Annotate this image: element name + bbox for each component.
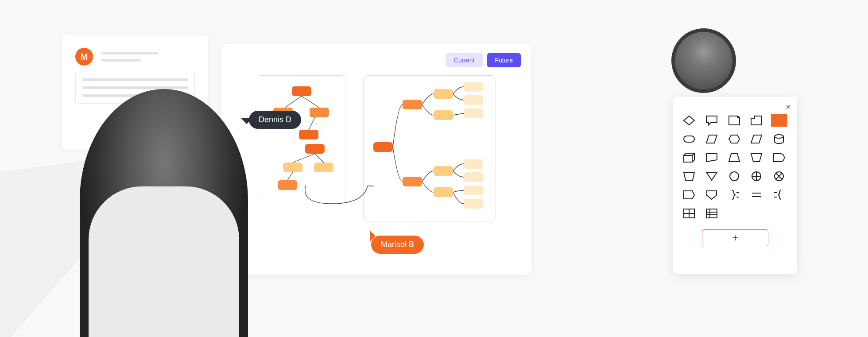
shape-circle-plus[interactable] (748, 170, 764, 182)
svg-marker-13 (684, 191, 694, 199)
shape-triangle-down[interactable] (704, 170, 720, 182)
svg-marker-8 (684, 172, 694, 180)
shape-circle-x[interactable] (771, 170, 787, 182)
cursor-label: Dennis D (259, 115, 291, 124)
shape-callout[interactable] (704, 114, 720, 127)
collaborator-cursor-dennis: Dennis D (249, 111, 301, 129)
shape-diamond[interactable] (681, 114, 697, 127)
svg-marker-3 (729, 135, 740, 143)
svg-marker-7 (751, 154, 762, 162)
shape-tab-rect[interactable] (748, 114, 764, 127)
placeholder-line (101, 59, 141, 62)
shape-grid (681, 114, 789, 220)
shape-parallelogram-left[interactable] (704, 133, 720, 145)
shape-hexagon[interactable] (726, 133, 742, 145)
shape-trapezoid-inv[interactable] (748, 151, 764, 164)
tab-current[interactable]: Current (446, 53, 483, 67)
add-shape-button[interactable]: + (702, 229, 768, 246)
shape-half-pill[interactable] (771, 151, 787, 164)
placeholder-line (101, 52, 159, 54)
cursor-label: Marisol B (381, 240, 414, 249)
shape-trapezoid[interactable] (726, 151, 742, 164)
diagram-canvas[interactable]: Current Future (221, 44, 531, 275)
shape-parallelogram-down[interactable] (704, 151, 720, 164)
shape-cube[interactable] (681, 151, 697, 164)
shape-palette: × + (673, 97, 797, 274)
shape-equals[interactable] (748, 189, 764, 201)
shape-circle[interactable] (726, 170, 742, 182)
shape-parallelogram-right[interactable] (748, 133, 764, 145)
svg-point-10 (730, 172, 739, 181)
close-icon[interactable]: × (786, 102, 791, 112)
shape-pill[interactable] (681, 133, 697, 145)
profile-header: M (75, 48, 195, 66)
shape-pentagon[interactable] (681, 189, 697, 201)
svg-marker-6 (729, 154, 740, 162)
shape-rect-selected[interactable] (771, 114, 787, 127)
svg-marker-4 (751, 135, 762, 143)
svg-rect-1 (684, 136, 694, 142)
collaborator-avatar (671, 28, 736, 93)
shape-table4[interactable] (681, 207, 697, 220)
shape-note[interactable] (726, 114, 742, 127)
avatar[interactable]: M (75, 48, 93, 66)
shape-trapezoid2[interactable] (681, 170, 697, 182)
svg-rect-15 (706, 209, 717, 218)
shape-shield[interactable] (704, 189, 720, 201)
shape-cylinder[interactable] (771, 133, 787, 145)
svg-marker-2 (706, 135, 717, 143)
hero-photo-woman (80, 89, 248, 337)
shape-table2[interactable] (704, 207, 720, 220)
svg-marker-0 (684, 116, 694, 125)
svg-marker-5 (706, 154, 717, 162)
view-tabs: Current Future (446, 53, 521, 67)
svg-marker-9 (706, 172, 717, 180)
collaborator-cursor-marisol: Marisol B (371, 236, 424, 254)
placeholder-line (82, 78, 188, 81)
placeholder-line (82, 86, 188, 89)
tab-future[interactable]: Future (487, 53, 521, 67)
shape-brace-open[interactable] (771, 189, 787, 201)
shape-brace-close[interactable] (726, 189, 742, 201)
